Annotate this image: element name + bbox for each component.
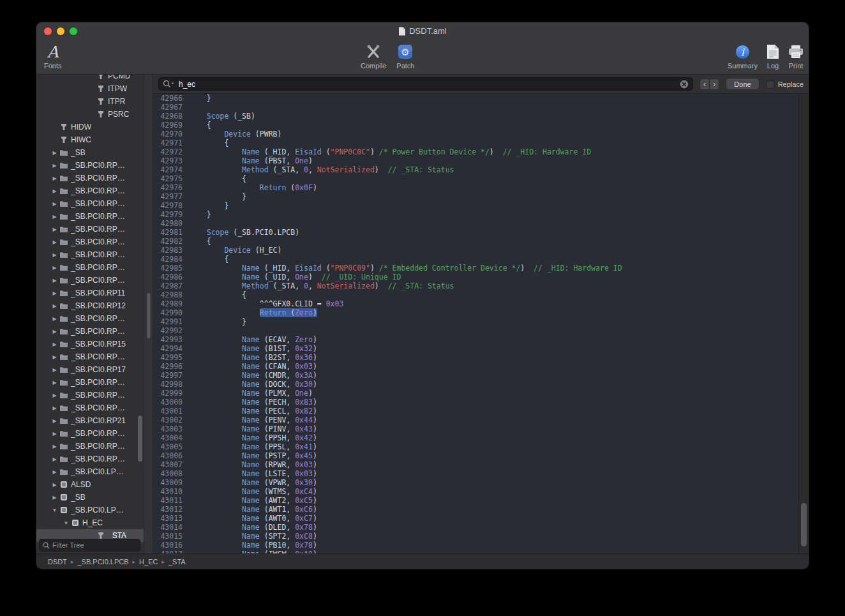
tree-item-_sb-pci0-rp12[interactable]: ▶_SB.PCI0.RP12 bbox=[36, 299, 144, 312]
tree-item-_sb-pci0-rp11[interactable]: ▶_SB.PCI0.RP11 bbox=[36, 287, 144, 299]
disclosure-triangle-icon[interactable]: ▼ bbox=[62, 520, 70, 526]
tree-item-_sb-pci0-rp[interactable]: ▶_SB.PCI0.RP… bbox=[36, 210, 144, 223]
tree-item-_sb[interactable]: ▶_SB bbox=[36, 491, 144, 504]
tree-item-hidw[interactable]: HIDW bbox=[36, 121, 144, 133]
disclosure-triangle-icon[interactable]: ▶ bbox=[50, 201, 59, 207]
tree-item-h_ec[interactable]: ▼H_EC bbox=[36, 516, 144, 529]
disclosure-triangle-icon[interactable]: ▶ bbox=[50, 367, 59, 373]
tree-item-_sb-pci0-rp[interactable]: ▶_SB.PCI0.RP… bbox=[36, 376, 144, 389]
disclosure-triangle-icon[interactable]: ▶ bbox=[50, 303, 59, 309]
search-field[interactable]: h_ec bbox=[158, 77, 693, 91]
tree-item-_sb-pci0-rp[interactable]: ▶_SB.PCI0.RP… bbox=[36, 325, 144, 338]
disclosure-triangle-icon[interactable]: ▶ bbox=[50, 431, 59, 437]
tree-item-_sb-pci0-rp[interactable]: ▶_SB.PCI0.RP… bbox=[36, 389, 144, 402]
tree-item-_sb-pci0-rp[interactable]: ▶_SB.PCI0.RP… bbox=[36, 440, 144, 453]
breadcrumb-item[interactable]: _SB.PCI0.LPCB bbox=[77, 558, 128, 566]
disclosure-triangle-icon[interactable]: ▶ bbox=[50, 380, 59, 386]
titlebar[interactable]: DSDT.aml bbox=[36, 22, 809, 40]
log-button[interactable]: Log bbox=[766, 42, 779, 70]
disclosure-triangle-icon[interactable]: ▶ bbox=[50, 227, 59, 232]
disclosure-triangle-icon[interactable]: ▶ bbox=[50, 239, 59, 245]
disclosure-triangle-icon[interactable]: ▶ bbox=[50, 342, 59, 347]
tree-item-_sb-pci0-rp[interactable]: ▶_SB.PCI0.RP… bbox=[36, 453, 144, 465]
fonts-button[interactable]: A Fonts bbox=[44, 42, 62, 70]
tree-item-_sb-pci0-rp[interactable]: ▶_SB.PCI0.RP… bbox=[36, 223, 144, 236]
done-button[interactable]: Done bbox=[726, 78, 759, 90]
split-divider[interactable] bbox=[144, 75, 153, 553]
disclosure-triangle-icon[interactable]: ▶ bbox=[50, 444, 59, 449]
tree-item-_sb-pci0-rp[interactable]: ▶_SB.PCI0.RP… bbox=[36, 402, 144, 414]
disclosure-triangle-icon[interactable]: ▶ bbox=[50, 265, 59, 271]
disclosure-triangle-icon[interactable]: ▶ bbox=[50, 252, 59, 258]
tree-item-psrc[interactable]: PSRC bbox=[36, 108, 144, 121]
tree-item-_sb-pci0-rp[interactable]: ▶_SB.PCI0.RP… bbox=[36, 274, 144, 287]
tree-item-hiwc[interactable]: HIWC bbox=[36, 133, 144, 146]
breadcrumb-item[interactable]: H_EC bbox=[139, 558, 158, 566]
summary-button[interactable]: i Summary bbox=[728, 42, 758, 70]
disclosure-triangle-icon[interactable]: ▶ bbox=[50, 418, 59, 424]
tree-item-_sb-pci0-rp[interactable]: ▶_SB.PCI0.RP… bbox=[36, 261, 144, 274]
disclosure-triangle-icon[interactable]: ▶ bbox=[50, 278, 59, 283]
search-menu-icon[interactable] bbox=[163, 80, 176, 88]
disclosure-triangle-icon[interactable]: ▶ bbox=[50, 354, 59, 360]
disclosure-triangle-icon[interactable]: ▶ bbox=[50, 188, 59, 194]
tree-item-_sb-pci0-rp[interactable]: ▶_SB.PCI0.RP… bbox=[36, 197, 144, 210]
disclosure-triangle-icon[interactable]: ▶ bbox=[50, 495, 59, 500]
tree-item-_sb[interactable]: ▶_SB bbox=[36, 146, 144, 159]
disclosure-triangle-icon[interactable]: ▶ bbox=[50, 393, 59, 398]
disclosure-triangle-icon[interactable]: ▼ bbox=[50, 507, 59, 513]
close-window-button[interactable] bbox=[44, 27, 52, 35]
zoom-window-button[interactable] bbox=[70, 27, 77, 35]
print-button[interactable]: Print bbox=[788, 42, 804, 70]
tree-item-_sb-pci0-rp[interactable]: ▶_SB.PCI0.RP… bbox=[36, 248, 144, 261]
find-previous-button[interactable]: ‹ bbox=[699, 79, 710, 90]
find-next-button[interactable]: › bbox=[709, 79, 719, 90]
disclosure-triangle-icon[interactable]: ▶ bbox=[50, 469, 59, 475]
sidebar-scrollbar-thumb[interactable] bbox=[138, 416, 142, 462]
tree-item-_sb-pci0-rp[interactable]: ▶_SB.PCI0.RP… bbox=[36, 312, 144, 325]
compile-icon bbox=[365, 42, 382, 61]
tree-item-_sb-pci0-rp[interactable]: ▶_SB.PCI0.RP… bbox=[36, 350, 144, 363]
replace-checkbox[interactable] bbox=[766, 80, 775, 89]
disclosure-triangle-icon[interactable]: ▶ bbox=[50, 329, 59, 334]
tree-item-_sb-pci0-rp[interactable]: ▶_SB.PCI0.RP… bbox=[36, 159, 144, 172]
tree-item-itpw[interactable]: ITPW bbox=[36, 82, 144, 95]
tree-item-_sb-pci0-rp21[interactable]: ▶_SB.PCI0.RP21 bbox=[36, 414, 144, 427]
search-query-text[interactable]: h_ec bbox=[179, 80, 195, 89]
disclosure-triangle-icon[interactable]: ▶ bbox=[50, 176, 59, 181]
divider-drag-handle[interactable] bbox=[147, 293, 150, 338]
tree-item-_sb-pci0-rp15[interactable]: ▶_SB.PCI0.RP15 bbox=[36, 338, 144, 350]
tree-item-label: _SB bbox=[71, 493, 86, 502]
tree-item-_sb-pci0-rp17[interactable]: ▶_SB.PCI0.RP17 bbox=[36, 363, 144, 376]
breadcrumb-item[interactable]: DSDT bbox=[48, 558, 67, 566]
filter-tree-field[interactable]: Filter Tree bbox=[39, 539, 140, 552]
disclosure-triangle-icon[interactable]: ▶ bbox=[50, 214, 59, 220]
disclosure-triangle-icon[interactable]: ▶ bbox=[50, 150, 59, 156]
tree-item-_sb-pci0-rp[interactable]: ▶_SB.PCI0.RP… bbox=[36, 184, 144, 197]
compile-button[interactable]: Compile bbox=[361, 42, 386, 70]
replace-toggle[interactable]: Replace bbox=[766, 80, 804, 89]
disclosure-triangle-icon[interactable]: ▶ bbox=[50, 163, 59, 169]
method-icon bbox=[59, 123, 68, 131]
disclosure-triangle-icon[interactable]: ▶ bbox=[50, 316, 59, 322]
tree-item-itpr[interactable]: ITPR bbox=[36, 95, 144, 108]
minimize-window-button[interactable] bbox=[57, 27, 64, 35]
disclosure-triangle-icon[interactable]: ▶ bbox=[50, 405, 59, 411]
tree-item-pcmd[interactable]: PCMD bbox=[36, 75, 144, 82]
tree-item-_sb-pci0-rp[interactable]: ▶_SB.PCI0.RP… bbox=[36, 236, 144, 248]
editor-scrollbar-track[interactable] bbox=[798, 94, 809, 553]
disclosure-triangle-icon[interactable]: ▶ bbox=[50, 482, 59, 488]
clear-search-icon[interactable] bbox=[680, 80, 689, 89]
tree-item-_sb-pci0-lp[interactable]: ▶_SB.PCI0.LP… bbox=[36, 465, 144, 478]
tree-item-_sb-pci0-rp[interactable]: ▶_SB.PCI0.RP… bbox=[36, 172, 144, 184]
code-lines[interactable]: 42966 }4296742968 Scope (_SB)42969 {4297… bbox=[153, 94, 798, 553]
patch-button[interactable]: ⚙ Patch bbox=[396, 42, 414, 70]
code-line: 42990 Return (Zero) bbox=[153, 308, 798, 317]
tree-item-_sb-pci0-lp[interactable]: ▼_SB.PCI0.LP… bbox=[36, 504, 144, 516]
disclosure-triangle-icon[interactable]: ▶ bbox=[50, 290, 59, 296]
tree-item-_sb-pci0-rp[interactable]: ▶_SB.PCI0.RP… bbox=[36, 427, 144, 440]
breadcrumb-item[interactable]: _STA bbox=[168, 558, 186, 566]
disclosure-triangle-icon[interactable]: ▶ bbox=[50, 456, 59, 462]
tree-item-alsd[interactable]: ▶ALSD bbox=[36, 478, 144, 491]
editor-scrollbar-thumb[interactable] bbox=[801, 503, 807, 546]
